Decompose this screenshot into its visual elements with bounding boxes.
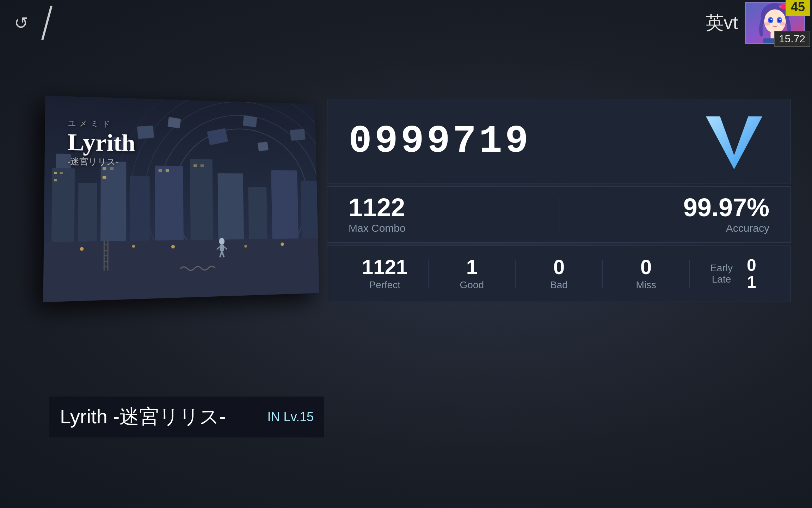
svg-rect-63	[201, 164, 204, 167]
max-combo-value: 1122	[349, 195, 545, 220]
stat-divider	[559, 197, 559, 232]
svg-rect-62	[193, 164, 197, 167]
early-value: 0	[747, 257, 756, 274]
score-number: 0999719	[349, 119, 531, 163]
top-left-controls: ↺	[7, 5, 48, 41]
max-combo-label: Max Combo	[349, 222, 545, 234]
username: 英vt	[706, 11, 738, 35]
svg-rect-56	[54, 179, 57, 181]
main-content: ユメミド Lyrith -迷宮リリス- Lyrith -迷宮リリス- IN Lv…	[49, 99, 791, 437]
good-stat: 1 Good	[429, 257, 515, 291]
level-badge: 45	[786, 0, 810, 16]
rating-badge: 15.72	[774, 31, 810, 47]
svg-point-10	[770, 19, 772, 20]
accuracy-label: Accuracy	[726, 222, 769, 234]
svg-rect-59	[103, 176, 106, 179]
combo-accuracy-row: 1122 Max Combo 99.97% Accuracy	[327, 186, 791, 243]
album-art: ユメミド Lyrith -迷宮リリス-	[43, 96, 319, 302]
perfect-label: Perfect	[369, 279, 400, 291]
svg-rect-55	[60, 172, 63, 174]
svg-point-4	[781, 4, 786, 9]
bad-value: 0	[553, 257, 565, 277]
refresh-icon: ↺	[14, 13, 28, 33]
svg-rect-60	[159, 169, 162, 172]
accuracy-block: 99.97% Accuracy	[573, 195, 769, 234]
svg-rect-33	[137, 126, 154, 139]
avatar-container: 45 15.72	[745, 2, 805, 44]
svg-rect-37	[258, 142, 269, 151]
divider	[41, 6, 53, 40]
svg-point-11	[780, 19, 781, 20]
svg-rect-34	[167, 117, 181, 128]
good-value: 1	[466, 257, 478, 277]
early-label: Early	[710, 262, 733, 274]
score-grade-row: 0999719	[327, 99, 791, 183]
svg-rect-54	[54, 172, 57, 174]
svg-point-12	[764, 22, 770, 26]
miss-value: 0	[640, 257, 652, 277]
max-combo-block: 1122 Max Combo	[349, 195, 545, 234]
perfect-value: 1121	[362, 257, 407, 277]
miss-label: Miss	[636, 279, 656, 291]
svg-rect-36	[243, 115, 257, 127]
svg-rect-39	[290, 129, 305, 141]
song-logo-subtitle2: -迷宮リリス-	[67, 156, 135, 168]
perfect-stat: 1121 Perfect	[342, 257, 428, 291]
late-value: 1	[747, 274, 756, 291]
bad-label: Bad	[550, 279, 568, 291]
accuracy-value: 99.97%	[683, 195, 769, 220]
grade-v-svg	[699, 106, 769, 176]
late-label: Late	[712, 274, 731, 285]
svg-marker-69	[706, 116, 762, 169]
user-info: 英vt	[706, 2, 805, 44]
svg-rect-61	[166, 169, 169, 172]
song-logo-title: Lyrith	[67, 128, 135, 156]
svg-point-5	[764, 9, 786, 33]
top-bar: ↺ 英vt	[0, 0, 812, 46]
song-title: Lyrith -迷宮リリス-	[60, 404, 226, 430]
svg-point-13	[780, 22, 785, 26]
refresh-button[interactable]: ↺	[7, 9, 35, 37]
good-label: Good	[460, 279, 484, 291]
album-panel: ユメミド Lyrith -迷宮リリス- Lyrith -迷宮リリス- IN Lv…	[49, 99, 324, 437]
song-title-bar: Lyrith -迷宮リリス- IN Lv.15	[49, 397, 324, 437]
song-logo: ユメミド Lyrith -迷宮リリス-	[67, 118, 135, 168]
note-breakdown-row: 1121 Perfect 1 Good 0 Bad 0 Miss	[327, 246, 791, 302]
early-late-block: Early Late 0 1	[690, 257, 776, 291]
difficulty-badge: IN Lv.15	[267, 410, 314, 424]
svg-rect-40	[43, 238, 319, 302]
miss-stat: 0 Miss	[603, 257, 689, 291]
grade-v	[699, 106, 769, 176]
svg-rect-49	[220, 245, 224, 251]
results-panel: 0999719 1122 Max Combo	[327, 99, 791, 437]
bad-stat: 0 Bad	[516, 257, 602, 291]
